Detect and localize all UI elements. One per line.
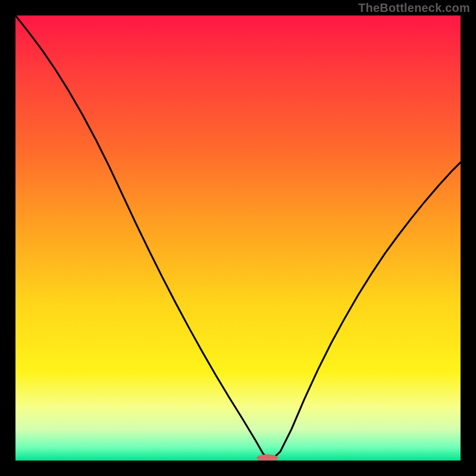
watermark-text: TheBottleneck.com bbox=[358, 1, 470, 15]
chart-frame: TheBottleneck.com bbox=[0, 0, 476, 476]
bottleneck-chart bbox=[15, 15, 461, 461]
chart-background-gradient bbox=[15, 15, 461, 461]
